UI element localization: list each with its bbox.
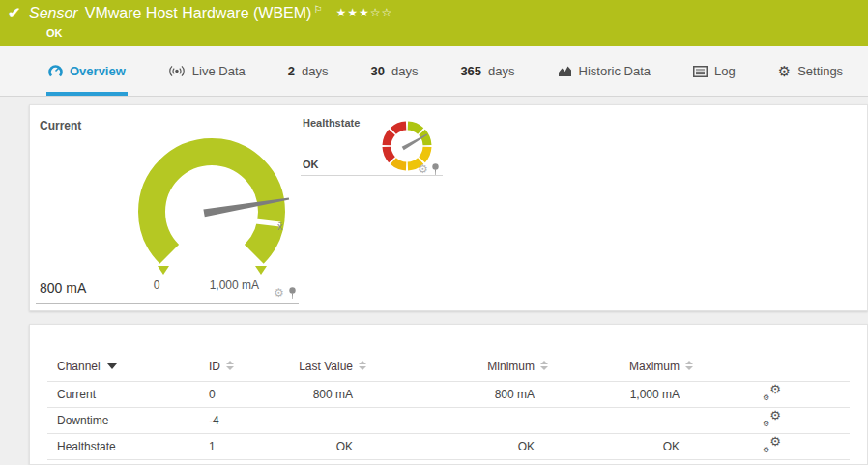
healthstate-gauge-actions: ⚙ (418, 163, 440, 175)
gear-icon[interactable]: ⚙ (418, 163, 428, 175)
pin-icon[interactable] (288, 287, 297, 299)
tab-historic-data[interactable]: Historic Data (556, 46, 652, 96)
tab-settings[interactable]: ⚙ Settings (776, 46, 845, 96)
flag-icon[interactable]: ⚐ (313, 4, 322, 15)
divider (36, 303, 299, 304)
maximum-cell: OK (548, 433, 693, 459)
maximum-cell (548, 407, 693, 433)
sort-desc-icon (107, 363, 117, 369)
column-header-id[interactable]: ID (209, 352, 267, 381)
channel-id-cell: 0 (209, 381, 267, 407)
status-check-icon: ✔ (8, 4, 20, 22)
channel-table: Channel ID Last Value Minimum Maximum Cu… (47, 352, 850, 460)
area-chart-icon (558, 65, 572, 77)
gauge-icon (48, 64, 63, 78)
primary-gauge-value: 800 mA (40, 280, 86, 296)
tab-label: Historic Data (579, 64, 651, 78)
last-value-cell: 800 mA (267, 381, 366, 407)
channel-name-cell[interactable]: Healthstate (47, 433, 209, 459)
column-header-label: ID (209, 360, 220, 373)
stars-empty[interactable]: ☆☆ (370, 6, 393, 19)
tab-label: days (391, 64, 418, 78)
scale-max-label: 1,000 mA (210, 278, 259, 292)
table-row-downtime[interactable]: Downtime -4 ⚙⚙ (47, 407, 850, 433)
column-header-minimum[interactable]: Minimum (366, 352, 548, 381)
sort-icon (685, 361, 693, 370)
minimum-cell (366, 407, 548, 433)
tab-label: Overview (70, 64, 126, 78)
gear-icon: ⚙ (763, 394, 769, 402)
tab-2-days[interactable]: 2 days (286, 46, 331, 96)
column-header-label: Minimum (487, 360, 535, 373)
tab-365-days[interactable]: 365 days (458, 46, 516, 96)
tab-30-days[interactable]: 30 days (368, 46, 420, 96)
tab-label: Log (714, 64, 736, 78)
channel-settings-button[interactable]: ⚙⚙ (762, 385, 781, 401)
page-title: VMware Host Hardware (WBEM) (85, 5, 312, 21)
gear-icon: ⚙ (769, 435, 781, 448)
tab-number: 365 (460, 64, 481, 78)
minimum-cell: 800 mA (366, 381, 548, 407)
scale-min-marker (158, 266, 169, 275)
tab-live-data[interactable]: Live Data (166, 46, 247, 96)
priority-stars[interactable]: ★★★☆☆ (335, 6, 392, 19)
tab-number: 2 (288, 64, 295, 78)
tab-log[interactable]: Log (691, 46, 738, 96)
primary-gauge-actions: ⚙ (274, 287, 297, 299)
column-header-actions (693, 352, 850, 381)
tab-overview[interactable]: Overview (46, 46, 128, 96)
maximum-cell: 1,000 mA (548, 381, 693, 407)
gear-icon[interactable]: ⚙ (274, 287, 284, 299)
table-row-healthstate[interactable]: Healthstate 1 OK OK OK ⚙⚙ (47, 433, 850, 459)
tab-number: 30 (370, 64, 384, 78)
column-header-channel[interactable]: Channel (47, 352, 209, 381)
tab-bar: Overview Live Data 2 days 30 days 365 da… (0, 46, 868, 97)
table-header-row: Channel ID Last Value Minimum Maximum (47, 352, 850, 381)
sort-icon (540, 361, 548, 370)
log-list-icon (693, 66, 708, 77)
sort-icon (226, 361, 234, 370)
sensor-title-line: SensorVMware Host Hardware (WBEM)⚐★★★☆☆ (29, 4, 392, 22)
stars-filled[interactable]: ★★★ (335, 6, 369, 19)
column-header-last-value[interactable]: Last Value (267, 352, 366, 381)
scale-min-label: 0 (154, 278, 160, 292)
mean-marker-label: x̄ (277, 220, 283, 232)
gear-icon: ⚙ (763, 447, 769, 454)
current-gauge: 0 1,000 mA x̄ (120, 134, 313, 297)
tab-label: days (488, 64, 514, 78)
last-value-cell (267, 407, 366, 433)
overview-gauges-panel: Current 0 1,000 mA x̄ 800 mA ⚙ Healthsta… (29, 104, 868, 311)
broadcast-icon (168, 65, 186, 77)
tab-label: days (302, 64, 328, 78)
tab-label: Settings (797, 64, 843, 78)
gear-icon: ⚙ (769, 409, 781, 421)
gear-icon: ⚙ (778, 64, 791, 78)
column-header-maximum[interactable]: Maximum (548, 352, 693, 381)
gear-icon: ⚙ (769, 383, 781, 395)
sensor-header: ✔ SensorVMware Host Hardware (WBEM)⚐★★★☆… (0, 0, 868, 46)
channel-name-cell[interactable]: Current (47, 381, 209, 407)
object-kind-label: Sensor (29, 5, 78, 21)
sensor-status-badge: OK (46, 27, 63, 39)
gear-icon: ⚙ (763, 421, 769, 428)
column-header-label: Channel (57, 360, 101, 373)
primary-gauge-title: Current (40, 119, 81, 132)
channel-name-cell[interactable]: Downtime (47, 407, 209, 433)
healthstate-gauge-title: Healthstate (303, 117, 360, 129)
last-value-cell: OK (267, 433, 366, 459)
table-row-current[interactable]: Current 0 800 mA 800 mA 1,000 mA ⚙⚙ (47, 381, 850, 407)
column-header-label: Maximum (629, 360, 680, 373)
channel-table-panel: Channel ID Last Value Minimum Maximum Cu… (29, 324, 868, 465)
minimum-cell: OK (366, 433, 548, 459)
channel-settings-button[interactable]: ⚙⚙ (762, 437, 781, 453)
scale-max-marker (255, 266, 267, 275)
pin-icon[interactable] (431, 163, 440, 175)
column-header-label: Last Value (299, 360, 353, 373)
channel-settings-button[interactable]: ⚙⚙ (762, 411, 781, 427)
healthstate-gauge-value: OK (303, 159, 319, 170)
sort-icon (359, 361, 366, 370)
tab-label: Live Data (192, 64, 246, 78)
channel-id-cell: 1 (209, 433, 267, 459)
channel-id-cell: -4 (209, 407, 267, 433)
